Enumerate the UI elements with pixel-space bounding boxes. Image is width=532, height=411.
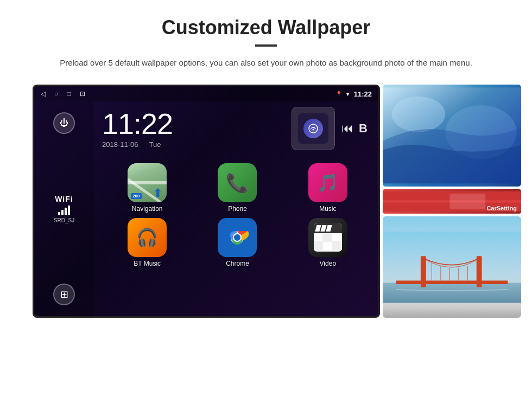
app-btmusic[interactable]: 🎧 BT Music [105,218,189,267]
phone-icon: 📞 [226,172,249,194]
wallpaper-car-thumb[interactable]: CarSetting [383,189,521,214]
app-music[interactable]: 🎵 Music [286,163,370,213]
wallpaper-panel: CarSetting [383,85,521,318]
music-icon: 🎵 [317,172,339,193]
apps-grid-icon: ⊞ [60,288,68,300]
left-sidebar: ⏻ WiFi SRD_SJ ⊞ [34,101,94,316]
media-prev-button[interactable]: ⏮ [341,121,353,136]
svg-rect-11 [449,194,485,209]
app-chrome-label: Chrome [226,260,249,267]
clapboard-icon [314,223,342,252]
apps-button[interactable]: ⊞ [53,284,75,305]
app-music-label: Music [319,205,336,213]
android-screen: ◁ ○ □ ⊡ 📍 ▼ 11:22 ⏻ [33,85,380,318]
wifi-bar-4 [68,206,70,215]
screenshot-icon[interactable]: ⊡ [80,90,85,98]
home-icon[interactable]: ○ [54,90,58,98]
back-icon[interactable]: ◁ [41,90,46,98]
clock-area: 11:22 2018-11-06 Tue [102,107,373,155]
clock-block: 11:22 2018-11-06 Tue [102,109,173,149]
wifi-bar-3 [65,208,67,215]
wifi-info: WiFi SRD_SJ [54,195,74,223]
wallpaper-bridge-thumb[interactable] [383,216,521,318]
wifi-label: WiFi [54,195,74,203]
screen-content: ⏻ WiFi SRD_SJ ⊞ [34,101,378,316]
power-button[interactable]: ⏻ [53,112,75,134]
clock-time: 11:22 [102,109,173,138]
nav-buttons: ◁ ○ □ ⊡ [41,90,85,98]
bluetooth-icon: 🎧 [136,227,158,248]
power-icon: ⏻ [60,118,68,128]
page-subtitle: Preload over 5 default wallpaper options… [54,56,478,69]
app-phone[interactable]: 📞 Phone [195,163,280,213]
svg-point-1 [313,129,314,131]
svg-rect-16 [396,280,508,284]
wifi-status-icon: ▼ [345,91,351,97]
recent-icon[interactable]: □ [67,90,71,98]
app-phone-label: Phone [228,205,247,213]
svg-rect-13 [383,282,521,303]
app-chrome[interactable]: Chrome [195,218,280,267]
location-icon: 📍 [335,91,342,97]
status-bar: ◁ ○ □ ⊡ 📍 ▼ 11:22 [34,86,378,101]
app-navigation[interactable]: 280 ⬆ Navigation [105,163,189,213]
status-time: 11:22 [354,90,372,98]
wifi-widget[interactable] [292,107,335,150]
svg-point-5 [234,234,240,241]
wifi-widget-inner [298,113,328,144]
wifi-bars [54,206,74,215]
status-right: 📍 ▼ 11:22 [335,90,372,98]
nav-arrow: ⬆ [153,187,162,200]
app-btmusic-label: BT Music [134,260,161,267]
ice-texture [383,85,521,187]
wifi-bar-2 [61,210,64,215]
wallpaper-ice-thumb[interactable] [383,85,521,187]
app-navigation-label: Navigation [132,205,163,213]
widget-area: ⏮ B [183,107,373,150]
title-divider [255,44,277,47]
clock-date: 2018-11-06 Tue [102,140,173,149]
app-video-label: Video [320,260,336,267]
media-label: B [359,121,368,136]
app-video[interactable]: Video [286,218,370,267]
bridge-svg [383,216,521,318]
page-title: Customized Wallpaper [33,16,499,39]
nav-route-badge: 280 [131,193,141,199]
center-content: 11:22 2018-11-06 Tue [94,101,378,316]
svg-point-0 [309,124,318,133]
wifi-ssid: SRD_SJ [54,217,74,223]
clock-date-value: 2018-11-06 [102,140,138,149]
carsetting-label: CarSetting [486,205,517,211]
media-controls: ⏮ B [341,121,368,136]
svg-point-7 [391,97,445,132]
wifi-bar-1 [58,212,60,215]
clock-day-value: Tue [149,140,161,149]
page-wrapper: Customized Wallpaper Preload over 5 defa… [0,0,532,329]
wifi-widget-icon [303,119,323,138]
device-container: ◁ ○ □ ⊡ 📍 ▼ 11:22 ⏻ [33,85,521,318]
chrome-icon [224,224,251,251]
app-grid: 280 ⬆ Navigation 📞 Phone [102,163,373,267]
